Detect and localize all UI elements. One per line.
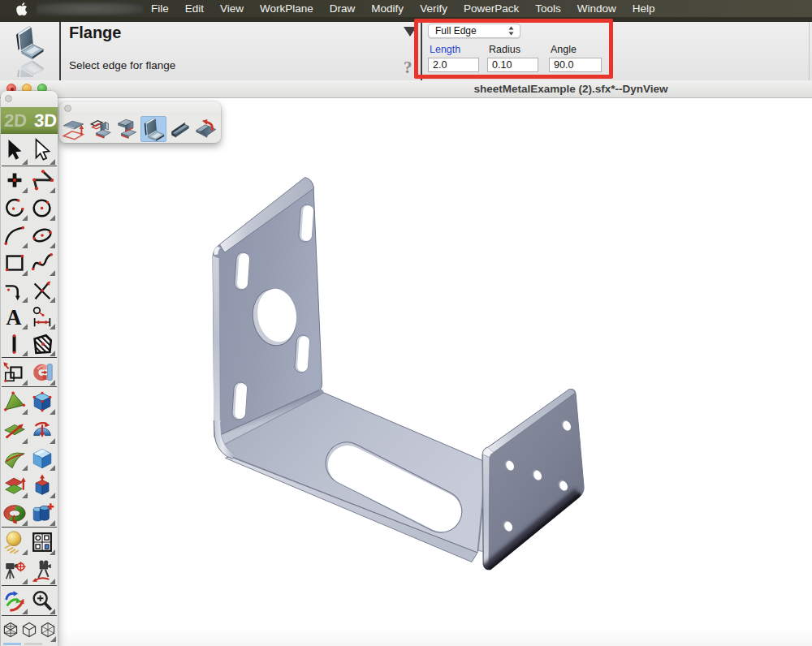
flyout-triangle-icon [22,493,28,498]
menu-tools[interactable]: Tools [527,0,569,17]
tool-ellipse[interactable] [28,222,56,249]
menu-powerpack[interactable]: PowerPack [456,0,527,17]
app-name-redacted [37,2,143,15]
tool-camera-tripod[interactable] [1,556,28,585]
tool-solid-cube[interactable] [28,387,56,416]
tool-circle[interactable] [28,194,56,222]
menu-edit[interactable]: Edit [177,0,212,17]
flyout-triangle-icon [22,549,28,555]
sheetmetal-hem[interactable] [166,116,193,142]
param-field-radius[interactable]: 0.10 [487,58,538,72]
flyout-triangle-icon [22,351,28,356]
menu-view[interactable]: View [212,0,252,17]
tool-orbit-arrows[interactable] [1,586,28,615]
tool-transform-copy[interactable] [1,358,28,386]
tool-magnet-snap[interactable] [28,358,56,386]
tool-options-bar: Flange Select edge for flange ? Full Edg… [0,22,812,80]
flyout-triangle-icon [50,465,55,471]
menu-file[interactable]: File [143,0,177,17]
palette-partial-row [1,643,58,646]
tool-select-arrow[interactable] [1,134,28,166]
tool-arc-3pt[interactable] [1,194,28,222]
flyout-triangle-icon [50,438,55,444]
document-titlebar[interactable]: sheetMetalExample (2).sfx*--DynView [0,80,812,98]
tool-surface-triangle[interactable] [1,387,28,416]
menu-verify[interactable]: Verify [412,0,456,17]
flyout-triangle-icon [50,187,55,193]
param-field-angle[interactable]: 90.0 [549,58,602,72]
partial-selected-tool[interactable] [3,643,21,645]
sheetmetal-unfold[interactable] [193,116,220,142]
palette-titlebar[interactable] [1,91,58,107]
tool-text-tool[interactable]: A [1,304,28,330]
tool-fillet-corner[interactable] [1,277,28,304]
flyout-triangle-icon [50,270,55,276]
flyout-triangle-icon [22,409,28,415]
flyout-triangle-icon [50,579,55,584]
tool-stacked-sheets[interactable] [1,472,28,499]
flyout-triangle-icon [50,493,55,498]
menu-modify[interactable]: Modify [363,0,412,17]
sheet-metal-titlebar[interactable] [59,101,221,115]
tool-trim-cross[interactable] [28,277,56,304]
tool-cube-wire-hidden[interactable] [38,616,57,643]
bracket-model[interactable] [0,98,812,646]
canvas-bottom-fade [0,628,812,646]
menu-help[interactable]: Help [624,0,663,17]
partial-tool[interactable] [24,643,42,645]
tool-cube-wire-all[interactable] [1,616,19,643]
menu-workplane[interactable]: WorkPlane [252,0,322,17]
tool-shiny-cube[interactable] [28,445,56,472]
flange-tool-icon [12,25,50,75]
tool-torus-tool[interactable] [1,499,28,527]
menu-items: FileEditViewWorkPlaneDrawModifyVerifyPow… [143,0,663,17]
param-field-length[interactable]: 2.0 [428,58,479,72]
sheetmetal-flange-on-edges[interactable] [88,116,114,142]
tool-render-options[interactable] [28,528,56,556]
sheetmetal-z-flange[interactable] [114,116,140,142]
tool-render-sphere[interactable] [1,528,28,556]
edge-mode-popup[interactable]: Full Edge [428,24,520,38]
tool-camera-walk[interactable] [28,556,56,585]
flyout-triangle-icon [22,297,28,303]
menu-window[interactable]: Window [569,0,624,17]
help-icon[interactable]: ? [404,58,412,78]
flyout-triangle-icon [50,609,55,614]
tool-arc-tangent[interactable] [1,222,28,249]
apple-icon[interactable] [16,2,28,16]
menu-bar: FileEditViewWorkPlaneDrawModifyVerifyPow… [0,0,812,17]
palette-mode-banner[interactable]: 2D 3D [1,107,58,134]
tool-rectangle[interactable] [1,249,28,277]
drawing-canvas[interactable] [0,98,812,646]
tab-2d[interactable]: 2D [3,110,27,131]
tool-dimension[interactable] [28,304,56,330]
tool-select-open-arrow[interactable] [28,134,56,166]
collapse-triangle-icon[interactable] [404,27,417,37]
sheetmetal-sheet-from-profile[interactable] [61,116,88,142]
tool-zoom-plus[interactable] [28,586,56,615]
menu-draw[interactable]: Draw [322,0,364,17]
flyout-triangle-icon [22,243,28,248]
tab-3d[interactable]: 3D [33,110,57,131]
tool-single-line[interactable] [1,330,28,357]
sheet-metal-close-button[interactable] [64,105,71,112]
flyout-triangle-icon [22,465,28,471]
svg-text:A: A [6,306,22,329]
tool-leaf-surface[interactable] [1,445,28,472]
tool-hatch[interactable] [28,330,56,357]
flyout-triangle-icon [22,380,28,385]
flyout-triangle-icon [50,380,55,385]
tool-spline[interactable] [28,249,56,277]
flyout-triangle-icon [22,609,28,614]
tool-dome-revolve[interactable] [28,416,56,445]
flyout-triangle-icon [50,549,55,555]
tool-plane-arrow[interactable] [1,416,28,445]
tool-point-plus[interactable] [1,166,28,194]
tool-extrude-box[interactable] [28,472,56,499]
tool-polyline[interactable] [28,166,56,194]
sheetmetal-flange[interactable] [140,116,167,142]
flyout-triangle-icon [50,243,55,248]
tool-boolean-add[interactable] [28,499,56,527]
tool-cube-wire[interactable] [19,616,38,643]
palette-close-button[interactable] [5,95,12,102]
